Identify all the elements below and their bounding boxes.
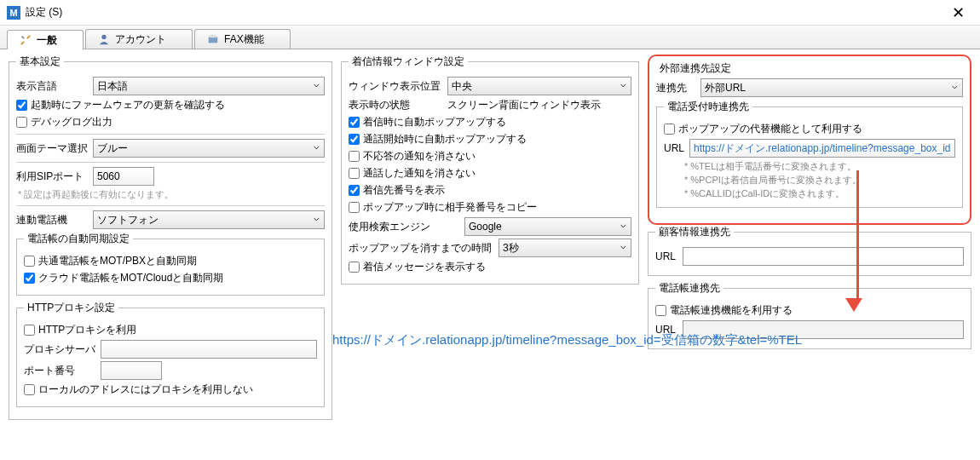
recv-url-input[interactable]	[689, 139, 955, 158]
annotation-url-text: https://ドメイン.relationapp.jp/timeline?mes…	[332, 332, 802, 348]
recv-legend: 電話受付時連携先	[664, 100, 752, 114]
basic-legend: 基本設定	[16, 55, 64, 69]
engine-select[interactable]: Google	[464, 217, 631, 236]
titlebar: M 設定 (S) ✕	[0, 0, 980, 26]
cust-group: 顧客情報連携先 URL	[648, 225, 971, 276]
proxy-port-input[interactable]	[101, 361, 162, 380]
hint-callid: * %CALLIDはCall-IDに変換されます。	[684, 187, 955, 200]
chk-popup-alt[interactable]	[664, 124, 675, 135]
chk-use-proxy[interactable]	[24, 325, 35, 336]
proxy-legend: HTTPプロキシ設定	[24, 301, 118, 315]
timeout-select[interactable]: 3秒	[499, 239, 631, 257]
chk-keep-talked-label: 通話した通知を消さない	[363, 166, 476, 181]
cust-legend: 顧客情報連携先	[655, 225, 734, 239]
proxy-group: HTTPプロキシ設定 HTTPプロキシを利用 プロキシサーバ ポート番号 ローカ…	[16, 301, 325, 407]
proxy-server-label: プロキシサーバ	[24, 342, 95, 357]
chk-show-num[interactable]	[349, 185, 360, 196]
linked-phone-select[interactable]: ソフトフォン	[93, 210, 325, 229]
recv-group: 電話受付時連携先 ポップアップの代替機能として利用する URL * %TELは相…	[656, 100, 963, 208]
tab-fax[interactable]: FAX機能	[194, 29, 291, 49]
hint-tel: * %TELは相手電話番号に変換されます。	[684, 160, 955, 173]
book-legend: 電話帳連携先	[655, 281, 723, 296]
engine-label: 使用検索エンジン	[349, 220, 459, 234]
theme-label: 画面テーマ選択	[16, 141, 88, 156]
sync-legend: 電話帳の自動同期設定	[24, 232, 133, 246]
highlight-region: 外部連携先設定 連携先 外部URL 電話受付時連携先 ポップアップの代替機能とし…	[648, 55, 971, 225]
chk-show-num-label: 着信先番号を表示	[363, 183, 445, 198]
chk-firmware[interactable]	[16, 100, 27, 111]
chk-debug-label: デバッグログ出力	[31, 115, 112, 129]
sip-port-input[interactable]	[93, 167, 154, 186]
state-label: 表示時の状態	[349, 98, 442, 112]
chk-book[interactable]	[655, 305, 666, 316]
chk-debug[interactable]	[16, 117, 27, 128]
chk-keep-talked[interactable]	[349, 168, 360, 179]
tools-icon	[20, 34, 32, 46]
tab-label: FAX機能	[224, 32, 264, 47]
chk-no-proxy-local-label: ローカルのアドレスにはプロキシを利用しない	[38, 382, 253, 397]
sync-group: 電話帳の自動同期設定 共通電話帳をMOT/PBXと自動同期 クラウド電話帳をMO…	[16, 232, 325, 296]
chk-sync-pbx-label: 共通電話帳をMOT/PBXと自動同期	[38, 254, 197, 268]
dest-select[interactable]: 外部URL	[700, 78, 963, 97]
content-area: 基本設定 表示言語 日本語 起動時にファームウェアの更新を確認する デバッグログ…	[0, 49, 980, 434]
person-icon	[98, 33, 110, 45]
chk-auto-talk-label: 通話開始時に自動ポップアップする	[363, 132, 527, 147]
pos-select[interactable]: 中央	[447, 77, 631, 95]
chk-sync-cloud[interactable]	[24, 273, 35, 284]
pos-label: ウィンドウ表示位置	[349, 79, 442, 94]
chk-keep-noans-label: 不応答の通知を消さない	[363, 149, 476, 164]
basic-settings-group: 基本設定 表示言語 日本語 起動時にファームウェアの更新を確認する デバッグログ…	[9, 55, 332, 420]
cust-url-label: URL	[655, 250, 677, 262]
tab-label: 一般	[37, 33, 57, 48]
incoming-legend: 着信情報ウィンドウ設定	[349, 55, 468, 69]
chk-use-proxy-label: HTTPプロキシを利用	[38, 323, 136, 337]
app-icon: M	[7, 6, 20, 20]
close-icon[interactable]: ✕	[943, 2, 973, 24]
col-incoming: 着信情報ウィンドウ設定 ウィンドウ表示位置 中央 表示時の状態 スクリーン背面に…	[341, 55, 639, 425]
ext-group: 外部連携先設定 連携先 外部URL 電話受付時連携先 ポップアップの代替機能とし…	[656, 61, 963, 213]
dest-label: 連携先	[656, 81, 695, 95]
lang-select[interactable]: 日本語	[93, 77, 325, 95]
hint-pcpi: * %PCPIは着信自局番号に変換されます。	[684, 174, 955, 187]
ext-legend: 外部連携先設定	[656, 61, 735, 76]
sip-label: 利用SIPポート	[16, 170, 88, 184]
tab-label: アカウント	[115, 32, 166, 47]
tab-account[interactable]: アカウント	[85, 29, 193, 49]
cust-url-input[interactable]	[683, 247, 964, 266]
chk-copy-caller-label: ポップアップ時に相手発番号をコピー	[363, 200, 537, 215]
chk-auto-in-label: 着信時に自動ポップアップする	[363, 115, 506, 129]
chk-inc-msg-label: 着信メッセージを表示する	[363, 260, 486, 274]
svg-rect-2	[210, 35, 216, 38]
chk-sync-cloud-label: クラウド電話帳をMOT/Cloudと自動同期	[38, 271, 223, 285]
chk-book-label: 電話帳連携機能を利用する	[670, 303, 793, 318]
window-title: 設定 (S)	[26, 5, 62, 20]
tab-strip: 一般 アカウント FAX機能	[0, 26, 980, 49]
fax-icon	[207, 33, 219, 45]
col-basic: 基本設定 表示言語 日本語 起動時にファームウェアの更新を確認する デバッグログ…	[9, 55, 332, 425]
linked-phone-label: 連動電話機	[16, 213, 88, 227]
proxy-server-input[interactable]	[101, 340, 317, 359]
chk-copy-caller[interactable]	[349, 202, 360, 213]
recv-url-label: URL	[664, 142, 684, 154]
chk-firmware-label: 起動時にファームウェアの更新を確認する	[31, 98, 225, 112]
chk-no-proxy-local[interactable]	[24, 384, 35, 395]
chk-auto-talk[interactable]	[349, 134, 360, 145]
col-ext-link: 外部連携先設定 連携先 外部URL 電話受付時連携先 ポップアップの代替機能とし…	[648, 55, 971, 425]
chk-popup-alt-label: ポップアップの代替機能として利用する	[678, 122, 862, 136]
lang-label: 表示言語	[16, 79, 88, 94]
sip-note: * 設定は再起動後に有効になります。	[18, 188, 325, 201]
theme-select[interactable]: ブルー	[93, 139, 325, 158]
settings-window: M 設定 (S) ✕ 一般 アカウント FAX機能 基本設定 表示言語 日本語	[0, 0, 980, 460]
chk-sync-pbx[interactable]	[24, 256, 35, 267]
chk-inc-msg[interactable]	[349, 262, 360, 273]
state-value: スクリーン背面にウィンドウ表示	[447, 98, 601, 112]
svg-point-0	[101, 35, 106, 39]
svg-rect-1	[209, 37, 218, 43]
proxy-port-label: ポート番号	[24, 364, 95, 378]
tab-general[interactable]: 一般	[7, 30, 84, 49]
chk-auto-in[interactable]	[349, 117, 360, 128]
incoming-group: 着信情報ウィンドウ設定 ウィンドウ表示位置 中央 表示時の状態 スクリーン背面に…	[341, 55, 639, 285]
timeout-label: ポップアップを消すまでの時間	[349, 241, 493, 256]
chk-keep-noans[interactable]	[349, 151, 360, 162]
